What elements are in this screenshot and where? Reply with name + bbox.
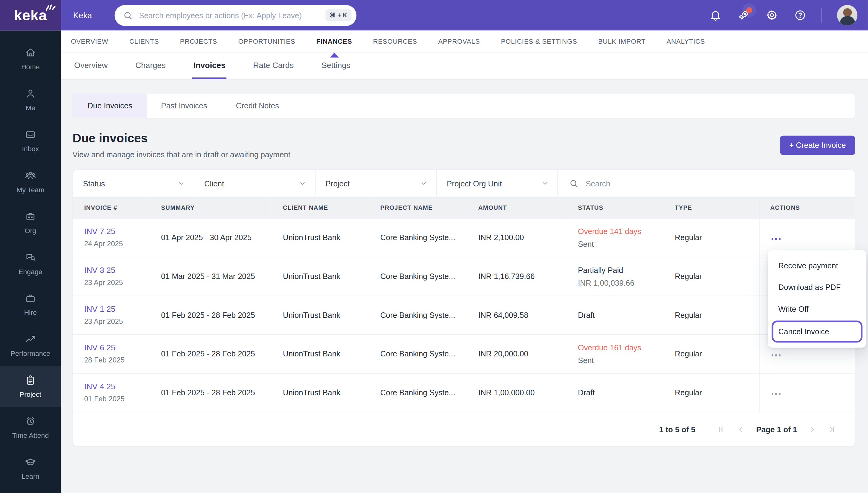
sidebar-item-time-attend[interactable]: Time Attend bbox=[0, 407, 61, 448]
nav-overview[interactable]: OVERVIEW bbox=[71, 30, 108, 52]
invoice-date: 24 Apr 2025 bbox=[84, 239, 146, 248]
nav-finances[interactable]: FINANCES bbox=[316, 30, 352, 52]
clipboard-icon bbox=[24, 374, 37, 386]
col-type: TYPE bbox=[664, 198, 759, 218]
next-page-icon[interactable] bbox=[809, 425, 817, 433]
keka-logo[interactable]: keka bbox=[0, 0, 61, 30]
main-area: OVERVIEW CLIENTS PROJECTS OPPORTUNITIES … bbox=[61, 30, 868, 493]
inbox-icon bbox=[24, 128, 37, 141]
invoice-link[interactable]: INV 3 25 bbox=[84, 265, 146, 274]
sidebar-item-performance[interactable]: Performance bbox=[0, 325, 61, 366]
table-header-row: INVOICE # SUMMARY CLIENT NAME PROJECT NA… bbox=[73, 198, 855, 218]
amount-cell: INR 1,16,739.66 bbox=[467, 257, 567, 296]
col-status: STATUS bbox=[567, 198, 664, 218]
nav-opportunities[interactable]: OPPORTUNITIES bbox=[238, 30, 296, 52]
search-icon bbox=[123, 10, 133, 20]
subnav-charges[interactable]: Charges bbox=[134, 52, 167, 79]
sidebar-item-hire[interactable]: Hire bbox=[0, 284, 61, 325]
global-search-input[interactable] bbox=[138, 10, 320, 20]
module-nav: OVERVIEW CLIENTS PROJECTS OPPORTUNITIES … bbox=[61, 30, 868, 52]
sidebar-item-org[interactable]: Org bbox=[0, 202, 61, 243]
project-filter[interactable]: Project bbox=[316, 170, 437, 197]
summary-cell: 01 Apr 2025 - 30 Apr 2025 bbox=[150, 218, 272, 257]
global-search[interactable]: ⌘ + K bbox=[114, 4, 356, 25]
col-amount: AMOUNT bbox=[467, 198, 567, 218]
project-cell: Core Banking Syste... bbox=[369, 373, 467, 412]
summary-cell: 01 Feb 2025 - 28 Feb 2025 bbox=[150, 334, 272, 373]
col-summary: SUMMARY bbox=[150, 198, 272, 218]
rocket-icon[interactable] bbox=[737, 8, 750, 22]
tab-due-invoices[interactable]: Due Invoices bbox=[73, 93, 147, 118]
help-icon[interactable] bbox=[793, 8, 807, 22]
results-range: 1 to 5 of 5 bbox=[659, 425, 695, 433]
nav-policies-settings[interactable]: POLICIES & SETTINGS bbox=[501, 30, 577, 52]
filters-row: Status Client Project Project Org Unit bbox=[73, 170, 855, 198]
menu-item-cancel-invoice[interactable]: Cancel Invoice bbox=[773, 322, 861, 341]
table-footer: 1 to 5 of 5 Page 1 of 1 bbox=[73, 412, 855, 446]
row-actions-menu-icon[interactable] bbox=[770, 236, 781, 242]
nav-projects[interactable]: PROJECTS bbox=[180, 30, 217, 52]
last-page-icon[interactable] bbox=[828, 425, 836, 433]
sidebar: Home Me Inbox My Team Org Engage Hire P bbox=[0, 30, 61, 493]
summary-cell: 01 Feb 2025 - 28 Feb 2025 bbox=[150, 373, 272, 412]
subnav-rate-cards[interactable]: Rate Cards bbox=[252, 52, 295, 79]
sidebar-item-me[interactable]: Me bbox=[0, 79, 61, 120]
bell-icon[interactable] bbox=[709, 8, 722, 22]
invoice-tabs: Due Invoices Past Invoices Credit Notes bbox=[72, 93, 855, 119]
table-search-input[interactable] bbox=[584, 178, 855, 189]
nav-bulk-import[interactable]: BULK IMPORT bbox=[598, 30, 646, 52]
first-page-icon[interactable] bbox=[717, 425, 725, 433]
project-org-unit-filter[interactable]: Project Org Unit bbox=[437, 170, 558, 197]
table-row: INV 1 2523 Apr 2025 01 Feb 2025 - 28 Feb… bbox=[73, 296, 855, 335]
menu-item-receive-payment[interactable]: Receive payment bbox=[768, 255, 867, 277]
nav-clients[interactable]: CLIENTS bbox=[129, 30, 159, 52]
status-badge: Draft bbox=[578, 388, 659, 397]
client-filter[interactable]: Client bbox=[194, 170, 316, 197]
sidebar-item-project[interactable]: Project bbox=[0, 366, 61, 407]
table-row: INV 3 2523 Apr 2025 01 Mar 2025 - 31 Mar… bbox=[73, 257, 855, 296]
amount-cell: INR 2,100.00 bbox=[467, 218, 567, 257]
col-client: CLIENT NAME bbox=[272, 198, 369, 218]
client-cell: UnionTrust Bank bbox=[272, 334, 369, 373]
table-row: INV 7 2524 Apr 2025 01 Apr 2025 - 30 Apr… bbox=[73, 218, 855, 257]
prev-page-icon[interactable] bbox=[737, 425, 745, 433]
home-icon bbox=[24, 46, 37, 59]
trend-icon bbox=[24, 333, 37, 345]
nav-analytics[interactable]: ANALYTICS bbox=[667, 30, 705, 52]
chevron-down-icon bbox=[299, 180, 306, 187]
subnav-overview[interactable]: Overview bbox=[73, 52, 109, 79]
invoice-date: 23 Apr 2025 bbox=[84, 317, 146, 325]
gear-icon[interactable] bbox=[765, 8, 778, 22]
invoice-link[interactable]: INV 7 25 bbox=[84, 227, 146, 236]
nav-resources[interactable]: RESOURCES bbox=[373, 30, 417, 52]
sidebar-item-inbox[interactable]: Inbox bbox=[0, 120, 61, 161]
invoice-link[interactable]: INV 6 25 bbox=[84, 343, 146, 352]
row-actions-menu-icon[interactable] bbox=[770, 391, 781, 398]
alarm-icon bbox=[24, 415, 37, 427]
table-search[interactable] bbox=[558, 170, 855, 197]
tab-credit-notes[interactable]: Credit Notes bbox=[222, 93, 294, 118]
search-icon bbox=[569, 179, 578, 188]
user-avatar[interactable] bbox=[837, 5, 858, 25]
invoice-date: 28 Feb 2025 bbox=[84, 356, 146, 364]
invoices-table: INVOICE # SUMMARY CLIENT NAME PROJECT NA… bbox=[73, 198, 855, 412]
menu-item-download-pdf[interactable]: Download as PDF bbox=[768, 277, 867, 298]
sidebar-item-my-team[interactable]: My Team bbox=[0, 161, 61, 202]
sidebar-item-home[interactable]: Home bbox=[0, 38, 61, 79]
client-cell: UnionTrust Bank bbox=[272, 257, 369, 296]
nav-approvals[interactable]: APPROVALS bbox=[438, 30, 480, 52]
create-invoice-button[interactable]: + Create Invoice bbox=[780, 135, 855, 155]
status-filter[interactable]: Status bbox=[73, 170, 194, 197]
summary-cell: 01 Mar 2025 - 31 Mar 2025 bbox=[150, 257, 272, 296]
invoices-table-card: Status Client Project Project Org Unit bbox=[72, 169, 855, 447]
type-cell: Regular bbox=[664, 218, 759, 257]
sidebar-item-learn[interactable]: Learn bbox=[0, 448, 61, 489]
invoice-link[interactable]: INV 1 25 bbox=[84, 304, 146, 313]
sidebar-item-engage[interactable]: Engage bbox=[0, 243, 61, 284]
table-row: INV 6 2528 Feb 2025 01 Feb 2025 - 28 Feb… bbox=[73, 334, 855, 373]
tab-past-invoices[interactable]: Past Invoices bbox=[147, 93, 222, 118]
subnav-invoices[interactable]: Invoices bbox=[192, 52, 226, 79]
row-actions-menu-icon[interactable] bbox=[770, 352, 781, 359]
invoice-link[interactable]: INV 4 25 bbox=[84, 382, 146, 391]
menu-item-write-off[interactable]: Write Off bbox=[768, 298, 867, 320]
